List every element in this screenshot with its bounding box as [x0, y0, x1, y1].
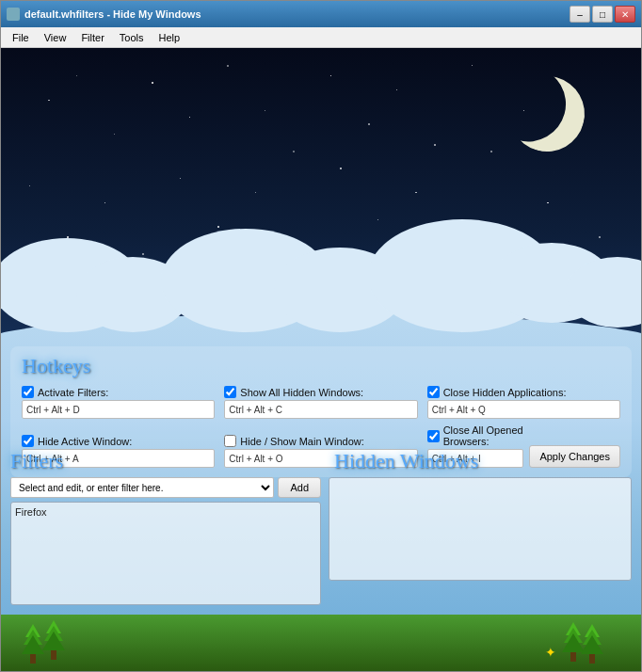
filters-title: Filters [10, 449, 327, 473]
star [255, 192, 256, 193]
star [368, 123, 370, 125]
star [472, 65, 473, 66]
star [415, 192, 417, 194]
star [152, 82, 153, 84]
star [330, 75, 331, 76]
moon-shape [501, 68, 593, 160]
filter-panel: Select and edit, or enter filter here. A… [10, 477, 321, 605]
clouds-area: Hotkeys Activate Filters: Show All Hid [1, 276, 641, 671]
bottom-panels: Filters Hidden Windows Select and edit, … [10, 449, 632, 605]
star [547, 202, 549, 204]
maximize-button[interactable]: □ [592, 6, 613, 23]
menu-help[interactable]: Help [152, 30, 188, 45]
hotkeys-title: Hotkeys [22, 354, 620, 378]
tree-left-1 [22, 633, 44, 664]
hidden-windows-list[interactable] [329, 477, 632, 581]
menu-tools[interactable]: Tools [112, 30, 152, 45]
menu-bar: File View Filter Tools Help [1, 27, 641, 48]
moon [509, 76, 585, 152]
add-filter-button[interactable]: Add [278, 477, 321, 498]
hotkey-activate-filters: Activate Filters: [22, 386, 215, 419]
star [396, 89, 397, 90]
hotkey-close-apps-input[interactable] [427, 400, 620, 419]
hotkey-activate-checkbox[interactable] [22, 386, 34, 398]
star [142, 253, 144, 255]
hidden-windows-panel [329, 477, 632, 605]
star [217, 226, 219, 228]
star [114, 134, 115, 135]
ground-star: ✦ [545, 645, 556, 660]
tree-left-2 [42, 630, 65, 660]
ground: ✦ [1, 615, 641, 671]
hotkey-show-hidden-checkbox[interactable] [224, 386, 236, 398]
close-button[interactable]: ✕ [615, 6, 635, 23]
hotkey-close-browsers-checkbox[interactable] [427, 430, 440, 442]
star [227, 65, 229, 67]
star [265, 110, 265, 111]
star [377, 219, 378, 220]
star [340, 168, 342, 169]
star [104, 202, 105, 203]
hidden-windows-title: Hidden Windows [334, 449, 632, 473]
hotkey-show-hidden-input[interactable] [224, 400, 417, 419]
star [48, 100, 50, 102]
tree-right-2 [581, 633, 603, 664]
hotkey-hide-main-checkbox[interactable] [224, 435, 236, 447]
star [189, 117, 190, 118]
hotkey-close-apps: Close Hidden Applications: [427, 386, 620, 419]
title-bar-controls: – □ ✕ [570, 6, 635, 23]
main-content: Hotkeys Activate Filters: Show All Hid [1, 48, 641, 671]
filter-list[interactable]: Firefox [10, 502, 321, 605]
star [29, 185, 30, 186]
menu-file[interactable]: File [5, 30, 37, 45]
star [599, 236, 601, 238]
hotkey-close-apps-checkbox[interactable] [427, 386, 440, 398]
star [180, 178, 181, 179]
star [293, 151, 295, 152]
menu-filter[interactable]: Filter [73, 30, 111, 45]
title-bar: default.whfilters - Hide My Windows – □ … [1, 1, 641, 27]
star [434, 144, 436, 146]
app-icon [7, 8, 20, 21]
minimize-button[interactable]: – [570, 6, 590, 23]
hotkey-activate-input[interactable] [22, 400, 215, 419]
hotkey-hide-active-checkbox[interactable] [22, 435, 34, 447]
star [490, 151, 492, 152]
window-title: default.whfilters - Hide My Windows [24, 8, 201, 20]
filter-select[interactable]: Select and edit, or enter filter here. [10, 477, 274, 498]
menu-view[interactable]: View [37, 30, 74, 45]
filter-item: Firefox [15, 506, 316, 518]
star [76, 75, 77, 76]
hotkey-show-hidden: Show All Hidden Windows: [224, 386, 417, 419]
main-window: default.whfilters - Hide My Windows – □ … [0, 0, 642, 672]
